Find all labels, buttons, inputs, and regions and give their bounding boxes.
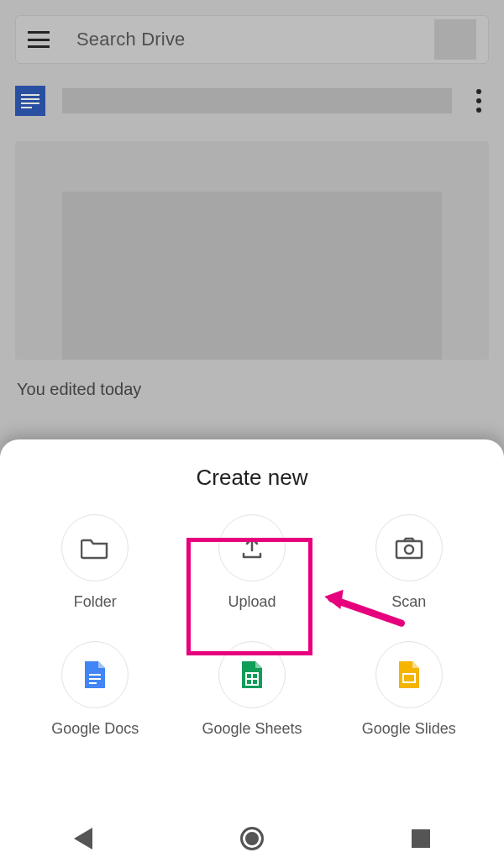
nav-recent-icon[interactable] bbox=[412, 829, 430, 848]
upload-icon bbox=[239, 535, 265, 560]
create-slides-button[interactable]: Google Slides bbox=[330, 641, 487, 738]
folder-icon bbox=[81, 536, 109, 560]
svg-rect-0 bbox=[396, 541, 422, 558]
nav-back-icon[interactable] bbox=[74, 828, 92, 850]
create-sheets-label: Google Sheets bbox=[202, 720, 302, 738]
file-subline: You edited today bbox=[17, 380, 141, 399]
create-sheets-button[interactable]: Google Sheets bbox=[174, 641, 331, 738]
android-nav-bar bbox=[0, 809, 504, 868]
search-bar[interactable]: Search Drive bbox=[15, 15, 489, 64]
create-docs-button[interactable]: Google Docs bbox=[17, 641, 174, 738]
search-profile-box[interactable] bbox=[434, 19, 476, 60]
create-slides-label: Google Slides bbox=[362, 720, 456, 738]
docs-icon bbox=[83, 660, 107, 690]
docs-file-icon bbox=[15, 86, 45, 116]
create-new-sheet: Create new Folder Upload Scan Google Doc… bbox=[0, 439, 504, 868]
create-scan-button[interactable]: Scan bbox=[330, 514, 487, 611]
create-options-grid: Folder Upload Scan Google Docs Google Sh bbox=[17, 514, 487, 738]
more-options-icon[interactable] bbox=[469, 89, 489, 113]
slides-icon bbox=[397, 660, 421, 690]
search-placeholder: Search Drive bbox=[76, 29, 434, 50]
hamburger-icon[interactable] bbox=[28, 31, 50, 48]
create-upload-button[interactable]: Upload bbox=[174, 514, 331, 611]
create-upload-label: Upload bbox=[228, 593, 276, 611]
camera-icon bbox=[395, 536, 423, 560]
nav-home-icon[interactable] bbox=[240, 827, 264, 850]
file-row bbox=[15, 86, 489, 116]
create-folder-label: Folder bbox=[74, 593, 117, 611]
create-docs-label: Google Docs bbox=[51, 720, 139, 738]
create-scan-label: Scan bbox=[391, 593, 426, 611]
file-title-placeholder bbox=[62, 88, 452, 113]
svg-point-1 bbox=[405, 545, 413, 554]
file-preview-card[interactable] bbox=[15, 141, 489, 360]
sheets-icon bbox=[240, 660, 264, 690]
create-folder-button[interactable]: Folder bbox=[17, 514, 174, 611]
sheet-title: Create new bbox=[17, 465, 487, 491]
file-preview-thumbnail bbox=[62, 192, 441, 360]
